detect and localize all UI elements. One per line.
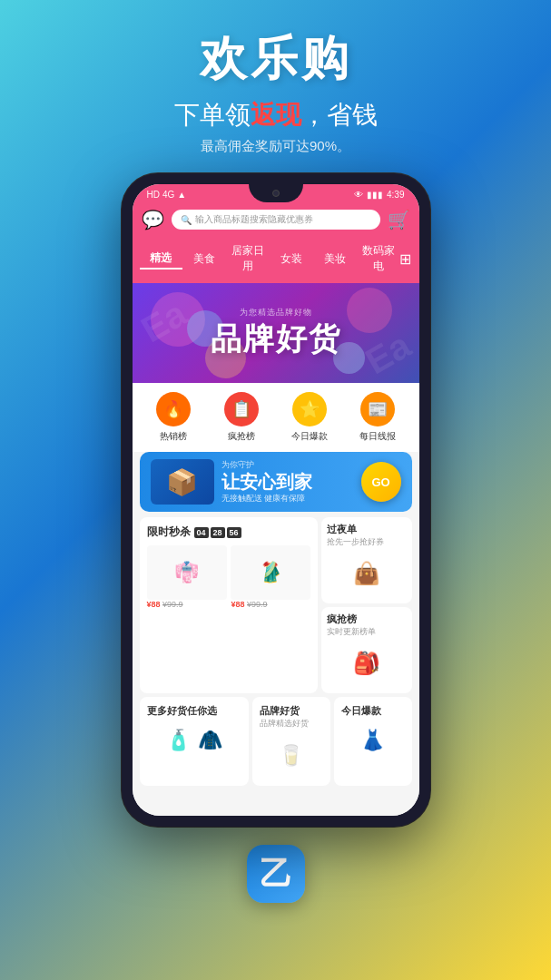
status-bar: HD 4G ▲ 👁 ▮▮▮ 4:39 bbox=[133, 184, 419, 203]
price-original-1: ¥99.9 bbox=[162, 600, 183, 609]
app-header: 💬 🔍 输入商品标题搜索隐藏优惠券 🛒 bbox=[133, 203, 419, 238]
safety-banner[interactable]: 📦 为你守护 让安心到家 无接触配送 健康有保障 GO bbox=[140, 452, 412, 512]
today-hot-img: 👗 bbox=[341, 718, 405, 763]
safety-sub: 无接触配送 健康有保障 bbox=[221, 493, 354, 505]
flash-price-row: ¥88 ¥99.9 ¥88 ¥99.9 bbox=[147, 600, 310, 609]
bottom-app-icon-area: 乙 bbox=[247, 845, 305, 903]
safety-text: 为你守护 让安心到家 无接触配送 健康有保障 bbox=[221, 459, 354, 505]
quick-actions-row: 🔥 热销榜 📋 疯抢榜 ⭐ 今日爆款 📰 每日线报 bbox=[133, 383, 419, 452]
flash-header: 限时秒杀 04 28 56 bbox=[147, 524, 310, 540]
overnight-sub: 抢先一步抢好券 bbox=[327, 536, 407, 548]
countdown-m: 28 bbox=[211, 527, 225, 538]
side-cards: 过夜单 抢先一步抢好券 👜 疯抢榜 实时更新榜单 🎒 bbox=[321, 517, 412, 693]
flash-title: 限时秒杀 bbox=[147, 524, 191, 540]
flash-rank-sub: 实时更新榜单 bbox=[327, 626, 407, 638]
overnight-title: 过夜单 bbox=[327, 523, 407, 536]
brand-title: 品牌好货 bbox=[260, 704, 323, 718]
time-display: 4:39 bbox=[387, 190, 404, 200]
eye-icon: 👁 bbox=[354, 190, 363, 200]
search-placeholder: 输入商品标题搜索隐藏优惠券 bbox=[195, 213, 313, 226]
safety-image: 📦 bbox=[151, 459, 214, 505]
safety-title: 让安心到家 bbox=[221, 471, 354, 493]
quick-today[interactable]: ⭐ 今日爆款 bbox=[276, 392, 344, 443]
grab-label: 疯抢榜 bbox=[228, 430, 255, 443]
more-img-1: 🧴🧥 bbox=[147, 718, 242, 763]
countdown-s: 56 bbox=[227, 527, 241, 538]
app-icon-text: 乙 bbox=[260, 852, 292, 897]
hot-icon: 🔥 bbox=[156, 392, 191, 426]
camera bbox=[272, 190, 280, 197]
product-section: 限时秒杀 04 28 56 👘 🥻 bbox=[133, 512, 419, 816]
overnight-img: 👜 bbox=[327, 548, 407, 598]
safety-tag: 为你守护 bbox=[221, 459, 354, 471]
search-icon: 🔍 bbox=[181, 215, 192, 225]
cat-jujia[interactable]: 居家日用 bbox=[226, 241, 270, 276]
flash-product-1[interactable]: 👘 bbox=[147, 545, 227, 600]
status-left: HD 4G ▲ bbox=[147, 190, 187, 200]
app-title: 欢乐购 bbox=[18, 27, 533, 91]
wifi-icon: ▲ bbox=[177, 190, 186, 200]
more-row: 更多好货任你选 🧴🧥 品牌好货 品牌精选好货 🥛 今日爆款 👗 bbox=[133, 693, 419, 789]
hot-label: 热销榜 bbox=[160, 430, 187, 443]
cat-meizhuang[interactable]: 美妆 bbox=[313, 250, 357, 269]
status-right: 👁 ▮▮▮ 4:39 bbox=[354, 190, 404, 200]
category-nav: 精选 美食 居家日用 女装 美妆 数码家电 ⊞ bbox=[133, 238, 419, 283]
app-desc: 最高佣金奖励可达90%。 bbox=[18, 138, 533, 155]
bubble-3 bbox=[347, 288, 392, 333]
daily-icon: 📰 bbox=[360, 392, 395, 426]
quick-daily[interactable]: 📰 每日线报 bbox=[344, 392, 412, 443]
brand-banner[interactable]: 为您精选品牌好物 品牌好货 Ea Ea bbox=[133, 283, 419, 383]
cat-shuma[interactable]: 数码家电 bbox=[357, 241, 400, 276]
more-products-card[interactable]: 更多好货任你选 🧴🧥 bbox=[140, 697, 250, 786]
cart-icon[interactable]: 🛒 bbox=[388, 209, 410, 230]
app-icon[interactable]: 乙 bbox=[247, 845, 305, 903]
countdown-h: 04 bbox=[194, 527, 209, 538]
network-type: HD bbox=[147, 190, 160, 200]
phone-screen: HD 4G ▲ 👁 ▮▮▮ 4:39 💬 🔍 输入商品标题搜索隐藏优惠 bbox=[133, 184, 419, 816]
search-bar[interactable]: 🔍 输入商品标题搜索隐藏优惠券 bbox=[172, 210, 380, 230]
cat-nvzhuang[interactable]: 女装 bbox=[270, 250, 313, 269]
cat-jingxuan[interactable]: 精选 bbox=[140, 249, 183, 270]
brand-sub: 品牌精选好货 bbox=[260, 718, 323, 730]
flash-product-2[interactable]: 🥻 bbox=[231, 545, 310, 600]
price-item-2: ¥88 ¥99.9 bbox=[231, 600, 310, 609]
more-title: 更多好货任你选 bbox=[147, 704, 242, 718]
banner-text: 为您精选品牌好物 品牌好货 bbox=[211, 307, 341, 360]
price-current-1: ¥88 bbox=[147, 600, 161, 609]
watermark-2: Ea bbox=[359, 325, 418, 382]
signal-type: 4G bbox=[162, 190, 174, 200]
daily-label: 每日线报 bbox=[359, 430, 396, 443]
price-original-2: ¥99.9 bbox=[247, 600, 268, 609]
grid-icon[interactable]: ⊞ bbox=[399, 250, 411, 268]
app-promo-header: 欢乐购 下单领返现，省钱 最高佣金奖励可达90%。 bbox=[0, 0, 551, 164]
overnight-card[interactable]: 过夜单 抢先一步抢好券 👜 bbox=[321, 517, 412, 603]
price-item-1: ¥88 ¥99.9 bbox=[147, 600, 226, 609]
cat-meishi[interactable]: 美食 bbox=[182, 250, 226, 269]
search-row: 💬 🔍 输入商品标题搜索隐藏优惠券 🛒 bbox=[142, 209, 410, 230]
brand-img: 🥛 bbox=[260, 733, 323, 779]
flash-product-imgs: 👘 🥻 bbox=[147, 545, 310, 600]
battery-icon: ▮▮▮ bbox=[367, 190, 383, 200]
quick-hot[interactable]: 🔥 热销榜 bbox=[140, 392, 208, 443]
grab-icon: 📋 bbox=[224, 392, 259, 426]
go-button[interactable]: GO bbox=[361, 462, 401, 502]
today-label: 今日爆款 bbox=[291, 430, 328, 443]
quick-grab[interactable]: 📋 疯抢榜 bbox=[208, 392, 276, 443]
banner-subtitle: 为您精选品牌好物 bbox=[211, 307, 341, 318]
highlight-text: 返现 bbox=[251, 101, 301, 129]
flash-sale-card[interactable]: 限时秒杀 04 28 56 👘 🥻 bbox=[140, 517, 318, 693]
message-icon[interactable]: 💬 bbox=[142, 209, 164, 230]
today-icon: ⭐ bbox=[292, 392, 327, 426]
today-hot-title: 今日爆款 bbox=[341, 704, 405, 718]
phone-notch bbox=[249, 184, 303, 202]
today-hot-card[interactable]: 今日爆款 👗 bbox=[334, 697, 412, 786]
price-current-2: ¥88 bbox=[231, 600, 245, 609]
flash-rank-img: 🎒 bbox=[327, 638, 407, 688]
brand-goods-card[interactable]: 品牌好货 品牌精选好货 🥛 bbox=[252, 697, 330, 786]
app-subtitle: 下单领返现，省钱 bbox=[18, 98, 533, 132]
phone-frame-container: HD 4G ▲ 👁 ▮▮▮ 4:39 💬 🔍 输入商品标题搜索隐藏优惠 bbox=[122, 173, 430, 827]
section-row-1: 限时秒杀 04 28 56 👘 🥻 bbox=[133, 512, 419, 693]
countdown: 04 28 56 bbox=[194, 527, 241, 538]
flash-rank-card[interactable]: 疯抢榜 实时更新榜单 🎒 bbox=[321, 607, 412, 693]
flash-rank-title: 疯抢榜 bbox=[327, 612, 407, 626]
